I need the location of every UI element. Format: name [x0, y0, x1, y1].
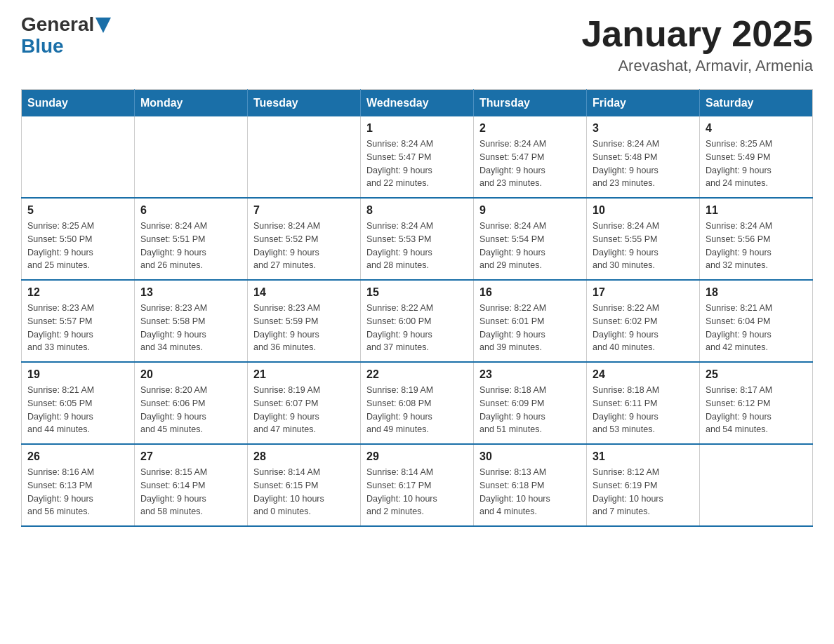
- day-number: 24: [593, 368, 694, 381]
- calendar-cell: 5Sunrise: 8:25 AM Sunset: 5:50 PM Daylig…: [22, 198, 135, 280]
- day-number: 6: [140, 204, 241, 217]
- day-info: Sunrise: 8:23 AM Sunset: 5:58 PM Dayligh…: [140, 302, 241, 354]
- calendar-cell: 11Sunrise: 8:24 AM Sunset: 5:56 PM Dayli…: [700, 198, 813, 280]
- day-number: 25: [706, 368, 807, 381]
- calendar-cell: 31Sunrise: 8:12 AM Sunset: 6:19 PM Dayli…: [587, 444, 700, 526]
- calendar-cell: 30Sunrise: 8:13 AM Sunset: 6:18 PM Dayli…: [474, 444, 587, 526]
- day-number: 9: [479, 204, 581, 217]
- calendar-day-header: Wednesday: [361, 90, 474, 117]
- day-info: Sunrise: 8:16 AM Sunset: 6:13 PM Dayligh…: [27, 466, 128, 518]
- page-subtitle: Arevashat, Armavir, Armenia: [581, 57, 813, 75]
- calendar-cell: 18Sunrise: 8:21 AM Sunset: 6:04 PM Dayli…: [700, 280, 813, 362]
- day-number: 29: [366, 450, 468, 463]
- day-number: 12: [27, 286, 128, 299]
- day-info: Sunrise: 8:18 AM Sunset: 6:11 PM Dayligh…: [593, 384, 694, 436]
- day-number: 7: [253, 204, 355, 217]
- day-number: 2: [479, 122, 581, 135]
- day-info: Sunrise: 8:24 AM Sunset: 5:53 PM Dayligh…: [366, 220, 468, 272]
- calendar-header-row: SundayMondayTuesdayWednesdayThursdayFrid…: [22, 90, 813, 117]
- calendar-cell: 19Sunrise: 8:21 AM Sunset: 6:05 PM Dayli…: [22, 362, 135, 444]
- day-info: Sunrise: 8:14 AM Sunset: 6:17 PM Dayligh…: [366, 466, 468, 518]
- calendar-day-header: Monday: [135, 90, 248, 117]
- calendar-cell: 24Sunrise: 8:18 AM Sunset: 6:11 PM Dayli…: [587, 362, 700, 444]
- day-info: Sunrise: 8:15 AM Sunset: 6:14 PM Dayligh…: [140, 466, 241, 518]
- day-number: 11: [706, 204, 807, 217]
- calendar-cell: 8Sunrise: 8:24 AM Sunset: 5:53 PM Daylig…: [361, 198, 474, 280]
- calendar-cell: 28Sunrise: 8:14 AM Sunset: 6:15 PM Dayli…: [248, 444, 361, 526]
- day-number: 16: [479, 286, 581, 299]
- calendar-cell: 4Sunrise: 8:25 AM Sunset: 5:49 PM Daylig…: [700, 116, 813, 198]
- calendar-cell: 13Sunrise: 8:23 AM Sunset: 5:58 PM Dayli…: [135, 280, 248, 362]
- calendar-week-row: 12Sunrise: 8:23 AM Sunset: 5:57 PM Dayli…: [22, 280, 813, 362]
- day-info: Sunrise: 8:23 AM Sunset: 5:57 PM Dayligh…: [27, 302, 128, 354]
- calendar-day-header: Sunday: [22, 90, 135, 117]
- day-number: 15: [366, 286, 468, 299]
- day-info: Sunrise: 8:24 AM Sunset: 5:47 PM Dayligh…: [366, 137, 468, 190]
- calendar-cell: 2Sunrise: 8:24 AM Sunset: 5:47 PM Daylig…: [474, 116, 587, 198]
- calendar-cell: 23Sunrise: 8:18 AM Sunset: 6:09 PM Dayli…: [474, 362, 587, 444]
- calendar-body: 1Sunrise: 8:24 AM Sunset: 5:47 PM Daylig…: [22, 116, 813, 526]
- calendar-cell: [135, 116, 248, 198]
- day-info: Sunrise: 8:24 AM Sunset: 5:47 PM Dayligh…: [479, 137, 581, 190]
- day-info: Sunrise: 8:23 AM Sunset: 5:59 PM Dayligh…: [253, 302, 355, 354]
- calendar-cell: 9Sunrise: 8:24 AM Sunset: 5:54 PM Daylig…: [474, 198, 587, 280]
- day-number: 3: [593, 122, 694, 135]
- day-number: 5: [27, 204, 128, 217]
- day-info: Sunrise: 8:24 AM Sunset: 5:51 PM Dayligh…: [140, 220, 241, 272]
- day-info: Sunrise: 8:24 AM Sunset: 5:54 PM Dayligh…: [479, 220, 581, 272]
- day-number: 14: [253, 286, 355, 299]
- calendar-cell: [700, 444, 813, 526]
- calendar-cell: 27Sunrise: 8:15 AM Sunset: 6:14 PM Dayli…: [135, 444, 248, 526]
- day-number: 1: [366, 122, 468, 135]
- day-info: Sunrise: 8:14 AM Sunset: 6:15 PM Dayligh…: [253, 466, 355, 518]
- day-info: Sunrise: 8:24 AM Sunset: 5:55 PM Dayligh…: [593, 220, 694, 272]
- calendar-cell: 12Sunrise: 8:23 AM Sunset: 5:57 PM Dayli…: [22, 280, 135, 362]
- calendar-cell: [22, 116, 135, 198]
- day-number: 13: [140, 286, 241, 299]
- day-number: 30: [479, 450, 581, 463]
- day-info: Sunrise: 8:13 AM Sunset: 6:18 PM Dayligh…: [479, 466, 581, 518]
- calendar-cell: 20Sunrise: 8:20 AM Sunset: 6:06 PM Dayli…: [135, 362, 248, 444]
- calendar-cell: 16Sunrise: 8:22 AM Sunset: 6:01 PM Dayli…: [474, 280, 587, 362]
- day-number: 31: [593, 450, 694, 463]
- day-info: Sunrise: 8:24 AM Sunset: 5:52 PM Dayligh…: [253, 220, 355, 272]
- day-number: 4: [706, 122, 807, 135]
- day-info: Sunrise: 8:24 AM Sunset: 5:48 PM Dayligh…: [593, 137, 694, 190]
- day-info: Sunrise: 8:22 AM Sunset: 6:00 PM Dayligh…: [366, 302, 468, 354]
- logo-general-text: General: [21, 14, 94, 36]
- day-number: 28: [253, 450, 355, 463]
- calendar-cell: 14Sunrise: 8:23 AM Sunset: 5:59 PM Dayli…: [248, 280, 361, 362]
- calendar-cell: 21Sunrise: 8:19 AM Sunset: 6:07 PM Dayli…: [248, 362, 361, 444]
- page-title: January 2025: [581, 14, 813, 54]
- calendar-cell: 6Sunrise: 8:24 AM Sunset: 5:51 PM Daylig…: [135, 198, 248, 280]
- calendar-cell: [248, 116, 361, 198]
- calendar-cell: 26Sunrise: 8:16 AM Sunset: 6:13 PM Dayli…: [22, 444, 135, 526]
- calendar-cell: 17Sunrise: 8:22 AM Sunset: 6:02 PM Dayli…: [587, 280, 700, 362]
- day-number: 18: [706, 286, 807, 299]
- logo-triangle-icon: [95, 18, 111, 33]
- day-info: Sunrise: 8:12 AM Sunset: 6:19 PM Dayligh…: [593, 466, 694, 518]
- day-info: Sunrise: 8:19 AM Sunset: 6:08 PM Dayligh…: [366, 384, 468, 436]
- day-number: 21: [253, 368, 355, 381]
- calendar-cell: 10Sunrise: 8:24 AM Sunset: 5:55 PM Dayli…: [587, 198, 700, 280]
- calendar-cell: 3Sunrise: 8:24 AM Sunset: 5:48 PM Daylig…: [587, 116, 700, 198]
- day-info: Sunrise: 8:24 AM Sunset: 5:56 PM Dayligh…: [706, 220, 807, 272]
- calendar-table: SundayMondayTuesdayWednesdayThursdayFrid…: [21, 89, 813, 527]
- day-info: Sunrise: 8:25 AM Sunset: 5:50 PM Dayligh…: [27, 220, 128, 272]
- calendar-day-header: Saturday: [700, 90, 813, 117]
- page-header: General Blue January 2025 Arevashat, Arm…: [21, 14, 813, 75]
- calendar-day-header: Friday: [587, 90, 700, 117]
- calendar-cell: 1Sunrise: 8:24 AM Sunset: 5:47 PM Daylig…: [361, 116, 474, 198]
- day-info: Sunrise: 8:25 AM Sunset: 5:49 PM Dayligh…: [706, 137, 807, 190]
- day-info: Sunrise: 8:18 AM Sunset: 6:09 PM Dayligh…: [479, 384, 581, 436]
- title-block: January 2025 Arevashat, Armavir, Armenia: [581, 14, 813, 75]
- day-number: 26: [27, 450, 128, 463]
- calendar-cell: 29Sunrise: 8:14 AM Sunset: 6:17 PM Dayli…: [361, 444, 474, 526]
- calendar-week-row: 5Sunrise: 8:25 AM Sunset: 5:50 PM Daylig…: [22, 198, 813, 280]
- day-number: 22: [366, 368, 468, 381]
- day-info: Sunrise: 8:19 AM Sunset: 6:07 PM Dayligh…: [253, 384, 355, 436]
- day-info: Sunrise: 8:21 AM Sunset: 6:04 PM Dayligh…: [706, 302, 807, 354]
- day-number: 20: [140, 368, 241, 381]
- calendar-week-row: 1Sunrise: 8:24 AM Sunset: 5:47 PM Daylig…: [22, 116, 813, 198]
- day-info: Sunrise: 8:17 AM Sunset: 6:12 PM Dayligh…: [706, 384, 807, 436]
